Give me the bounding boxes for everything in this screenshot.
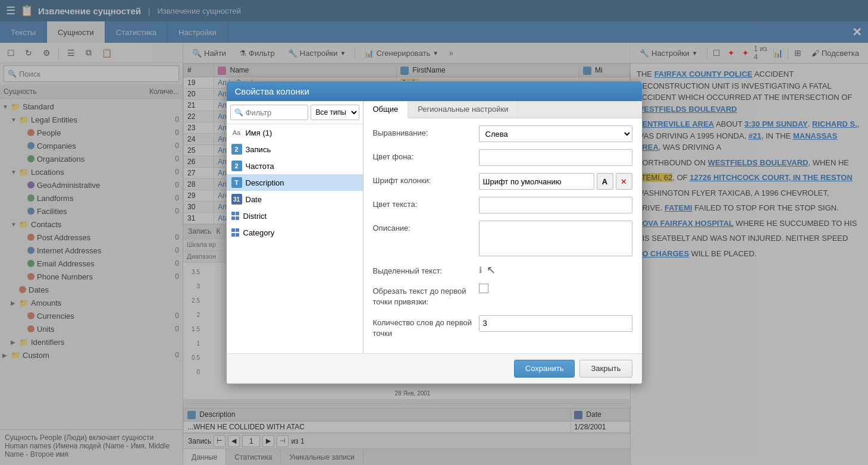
item-label: Description	[246, 178, 284, 187]
font-a-button[interactable]: A	[597, 173, 613, 190]
item-type-icon: Aa	[231, 127, 242, 138]
save-button[interactable]: Сохранить	[514, 360, 575, 378]
modal-form: Выравнивание: Слева Цвет фона:	[364, 118, 642, 353]
modal-form-panel: Общие Региональные настройки Выравнивани…	[364, 101, 642, 353]
list-item-district[interactable]: District	[227, 208, 363, 224]
item-type-icon: 31	[231, 194, 242, 205]
item-label: Category	[243, 228, 275, 237]
item-type-icon: 2	[231, 144, 242, 155]
form-row-trim: Обрезать текст до первой точки привязки:	[373, 284, 632, 307]
font-control: A ✕	[479, 173, 632, 190]
modal-list-panel: 🔍 Все типы Aa Имя (1) 2 Запись	[227, 101, 364, 353]
trim-checkbox[interactable]	[479, 284, 488, 293]
form-row-wordcount: Количество слов до первой точки	[373, 315, 632, 339]
modal-filter-field[interactable]	[246, 108, 304, 117]
filter-search-icon: 🔍	[234, 108, 243, 117]
trim-label: Обрезать текст до первой точки привязки:	[373, 284, 474, 307]
item-label: Запись	[246, 145, 271, 154]
cursor-icon: ↖	[487, 263, 496, 277]
form-row-bgcolor: Цвет фона:	[373, 149, 632, 166]
modal-tabs: Общие Региональные настройки	[364, 101, 642, 118]
alignment-control: Слева	[479, 125, 632, 142]
font-input[interactable]	[479, 173, 594, 190]
textcolor-control	[479, 197, 632, 213]
textcolor-label: Цвет текста:	[373, 197, 474, 210]
list-item-imya[interactable]: Aa Имя (1)	[227, 124, 363, 141]
item-label: Имя (1)	[246, 128, 272, 137]
alignment-label: Выравнивание:	[373, 125, 474, 139]
wordcount-input[interactable]	[479, 315, 632, 332]
textcolor-picker[interactable]	[479, 197, 632, 213]
description-control	[479, 221, 632, 256]
font-clear-button[interactable]: ✕	[616, 173, 632, 190]
bgcolor-label: Цвет фона:	[373, 149, 474, 162]
info-icon[interactable]: ℹ	[479, 265, 482, 275]
item-type-icon	[231, 212, 240, 220]
modal-footer: Сохранить Закрыть	[227, 353, 642, 384]
form-row-description: Описание:	[373, 221, 632, 256]
item-type-icon: 2	[231, 161, 242, 171]
list-item-category[interactable]: Category	[227, 224, 363, 241]
highlighted-control: ℹ ↖	[479, 263, 632, 277]
modal-body: 🔍 Все типы Aa Имя (1) 2 Запись	[227, 101, 642, 353]
item-type-icon: T	[231, 177, 242, 188]
wordcount-label: Количество слов до первой точки	[373, 315, 474, 339]
modal-column-list: Aa Имя (1) 2 Запись 2 Частота T Descript…	[227, 124, 363, 353]
trim-control	[479, 284, 632, 293]
form-row-textcolor: Цвет текста:	[373, 197, 632, 213]
item-label: District	[243, 212, 267, 221]
modal-type-select[interactable]: Все типы	[311, 105, 359, 120]
list-item-date[interactable]: 31 Date	[227, 191, 363, 208]
close-button[interactable]: Закрыть	[579, 360, 632, 378]
item-label: Частота	[246, 162, 274, 171]
modal-overlay: Свойства колонки 🔍 Все типы Aa Имя (1	[0, 0, 868, 465]
description-label: Описание:	[373, 221, 474, 234]
modal-tab-regional[interactable]: Региональные настройки	[408, 101, 518, 118]
list-item-chastota[interactable]: 2 Частота	[227, 158, 363, 174]
modal-filter-bar: 🔍 Все типы	[227, 101, 363, 124]
bgcolor-control	[479, 149, 632, 166]
form-row-font: Шрифт колонки: A ✕	[373, 173, 632, 190]
highlighted-label: Выделенный текст:	[373, 263, 474, 277]
list-item-description[interactable]: T Description	[227, 174, 363, 191]
modal-tab-general[interactable]: Общие	[364, 101, 409, 118]
bgcolor-picker[interactable]	[479, 149, 632, 166]
modal-filter-input-wrapper: 🔍	[230, 105, 308, 120]
wordcount-control	[479, 315, 632, 332]
item-type-icon	[231, 228, 240, 237]
form-row-alignment: Выравнивание: Слева	[373, 125, 632, 142]
form-row-highlighted: Выделенный текст: ℹ ↖	[373, 263, 632, 277]
alignment-select[interactable]: Слева	[479, 125, 632, 142]
item-label: Date	[246, 195, 262, 204]
list-item-zapis[interactable]: 2 Запись	[227, 141, 363, 158]
modal-title: Свойства колонки	[227, 81, 642, 101]
column-properties-modal: Свойства колонки 🔍 Все типы Aa Имя (1	[226, 81, 643, 384]
font-label: Шрифт колонки:	[373, 173, 474, 186]
description-textarea[interactable]	[479, 221, 632, 256]
